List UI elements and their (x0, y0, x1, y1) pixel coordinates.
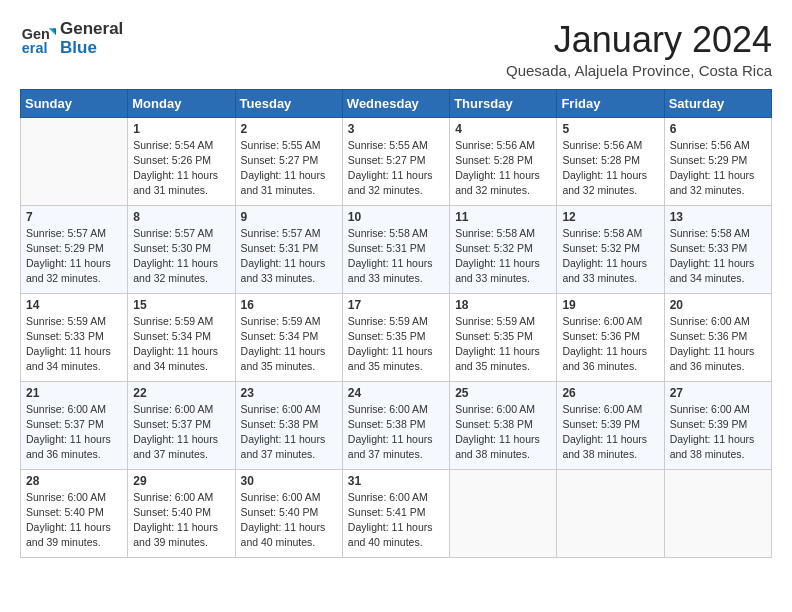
day-number: 17 (348, 298, 444, 312)
day-info: Sunrise: 5:58 AMSunset: 5:33 PMDaylight:… (670, 226, 766, 287)
day-number: 20 (670, 298, 766, 312)
day-info: Sunrise: 5:59 AMSunset: 5:33 PMDaylight:… (26, 314, 122, 375)
day-info: Sunrise: 5:58 AMSunset: 5:32 PMDaylight:… (562, 226, 658, 287)
day-number: 7 (26, 210, 122, 224)
day-number: 15 (133, 298, 229, 312)
svg-text:eral: eral (22, 40, 48, 56)
day-cell: 18Sunrise: 5:59 AMSunset: 5:35 PMDayligh… (450, 293, 557, 381)
day-cell (21, 117, 128, 205)
day-info: Sunrise: 6:00 AMSunset: 5:38 PMDaylight:… (241, 402, 337, 463)
day-cell: 14Sunrise: 5:59 AMSunset: 5:33 PMDayligh… (21, 293, 128, 381)
day-cell: 5Sunrise: 5:56 AMSunset: 5:28 PMDaylight… (557, 117, 664, 205)
day-info: Sunrise: 5:59 AMSunset: 5:35 PMDaylight:… (455, 314, 551, 375)
day-number: 29 (133, 474, 229, 488)
day-cell: 16Sunrise: 5:59 AMSunset: 5:34 PMDayligh… (235, 293, 342, 381)
day-info: Sunrise: 5:57 AMSunset: 5:31 PMDaylight:… (241, 226, 337, 287)
day-info: Sunrise: 6:00 AMSunset: 5:37 PMDaylight:… (133, 402, 229, 463)
day-cell: 24Sunrise: 6:00 AMSunset: 5:38 PMDayligh… (342, 381, 449, 469)
header-sunday: Sunday (21, 89, 128, 117)
calendar-header-row: SundayMondayTuesdayWednesdayThursdayFrid… (21, 89, 772, 117)
day-info: Sunrise: 5:58 AMSunset: 5:32 PMDaylight:… (455, 226, 551, 287)
day-number: 2 (241, 122, 337, 136)
day-cell: 29Sunrise: 6:00 AMSunset: 5:40 PMDayligh… (128, 469, 235, 557)
day-cell: 12Sunrise: 5:58 AMSunset: 5:32 PMDayligh… (557, 205, 664, 293)
day-number: 12 (562, 210, 658, 224)
day-info: Sunrise: 6:00 AMSunset: 5:40 PMDaylight:… (26, 490, 122, 551)
day-info: Sunrise: 6:00 AMSunset: 5:41 PMDaylight:… (348, 490, 444, 551)
day-cell: 28Sunrise: 6:00 AMSunset: 5:40 PMDayligh… (21, 469, 128, 557)
calendar-table: SundayMondayTuesdayWednesdayThursdayFrid… (20, 89, 772, 558)
day-number: 14 (26, 298, 122, 312)
day-cell: 15Sunrise: 5:59 AMSunset: 5:34 PMDayligh… (128, 293, 235, 381)
day-info: Sunrise: 5:57 AMSunset: 5:30 PMDaylight:… (133, 226, 229, 287)
day-info: Sunrise: 6:00 AMSunset: 5:40 PMDaylight:… (133, 490, 229, 551)
day-info: Sunrise: 5:59 AMSunset: 5:34 PMDaylight:… (133, 314, 229, 375)
header-tuesday: Tuesday (235, 89, 342, 117)
day-number: 1 (133, 122, 229, 136)
day-info: Sunrise: 6:00 AMSunset: 5:36 PMDaylight:… (562, 314, 658, 375)
logo-line1: General (60, 20, 123, 39)
day-number: 31 (348, 474, 444, 488)
day-cell: 31Sunrise: 6:00 AMSunset: 5:41 PMDayligh… (342, 469, 449, 557)
day-cell: 8Sunrise: 5:57 AMSunset: 5:30 PMDaylight… (128, 205, 235, 293)
logo-icon: Gen eral (20, 21, 56, 57)
day-cell: 9Sunrise: 5:57 AMSunset: 5:31 PMDaylight… (235, 205, 342, 293)
day-number: 19 (562, 298, 658, 312)
day-cell: 26Sunrise: 6:00 AMSunset: 5:39 PMDayligh… (557, 381, 664, 469)
day-cell: 22Sunrise: 6:00 AMSunset: 5:37 PMDayligh… (128, 381, 235, 469)
day-info: Sunrise: 6:00 AMSunset: 5:38 PMDaylight:… (455, 402, 551, 463)
day-info: Sunrise: 5:57 AMSunset: 5:29 PMDaylight:… (26, 226, 122, 287)
day-cell: 7Sunrise: 5:57 AMSunset: 5:29 PMDaylight… (21, 205, 128, 293)
day-info: Sunrise: 5:56 AMSunset: 5:28 PMDaylight:… (455, 138, 551, 199)
day-number: 13 (670, 210, 766, 224)
day-info: Sunrise: 6:00 AMSunset: 5:39 PMDaylight:… (670, 402, 766, 463)
day-cell: 30Sunrise: 6:00 AMSunset: 5:40 PMDayligh… (235, 469, 342, 557)
location-subtitle: Quesada, Alajuela Province, Costa Rica (506, 62, 772, 79)
day-cell: 21Sunrise: 6:00 AMSunset: 5:37 PMDayligh… (21, 381, 128, 469)
day-info: Sunrise: 5:55 AMSunset: 5:27 PMDaylight:… (348, 138, 444, 199)
day-info: Sunrise: 5:59 AMSunset: 5:34 PMDaylight:… (241, 314, 337, 375)
day-number: 21 (26, 386, 122, 400)
day-info: Sunrise: 6:00 AMSunset: 5:39 PMDaylight:… (562, 402, 658, 463)
day-cell: 13Sunrise: 5:58 AMSunset: 5:33 PMDayligh… (664, 205, 771, 293)
day-cell: 2Sunrise: 5:55 AMSunset: 5:27 PMDaylight… (235, 117, 342, 205)
day-cell (450, 469, 557, 557)
logo: Gen eral General Blue (20, 20, 123, 57)
day-number: 26 (562, 386, 658, 400)
day-cell: 20Sunrise: 6:00 AMSunset: 5:36 PMDayligh… (664, 293, 771, 381)
day-number: 22 (133, 386, 229, 400)
day-number: 11 (455, 210, 551, 224)
day-number: 6 (670, 122, 766, 136)
week-row-4: 21Sunrise: 6:00 AMSunset: 5:37 PMDayligh… (21, 381, 772, 469)
week-row-1: 1Sunrise: 5:54 AMSunset: 5:26 PMDaylight… (21, 117, 772, 205)
day-number: 16 (241, 298, 337, 312)
page-header: Gen eral General Blue January 2024 Quesa… (20, 20, 772, 79)
day-number: 27 (670, 386, 766, 400)
day-number: 18 (455, 298, 551, 312)
day-number: 25 (455, 386, 551, 400)
week-row-5: 28Sunrise: 6:00 AMSunset: 5:40 PMDayligh… (21, 469, 772, 557)
day-cell: 25Sunrise: 6:00 AMSunset: 5:38 PMDayligh… (450, 381, 557, 469)
header-monday: Monday (128, 89, 235, 117)
day-info: Sunrise: 5:59 AMSunset: 5:35 PMDaylight:… (348, 314, 444, 375)
day-cell: 4Sunrise: 5:56 AMSunset: 5:28 PMDaylight… (450, 117, 557, 205)
day-cell: 1Sunrise: 5:54 AMSunset: 5:26 PMDaylight… (128, 117, 235, 205)
day-number: 23 (241, 386, 337, 400)
day-cell: 17Sunrise: 5:59 AMSunset: 5:35 PMDayligh… (342, 293, 449, 381)
week-row-2: 7Sunrise: 5:57 AMSunset: 5:29 PMDaylight… (21, 205, 772, 293)
day-cell: 27Sunrise: 6:00 AMSunset: 5:39 PMDayligh… (664, 381, 771, 469)
logo-line2: Blue (60, 39, 123, 58)
header-thursday: Thursday (450, 89, 557, 117)
day-info: Sunrise: 5:54 AMSunset: 5:26 PMDaylight:… (133, 138, 229, 199)
header-saturday: Saturday (664, 89, 771, 117)
day-cell (664, 469, 771, 557)
day-number: 4 (455, 122, 551, 136)
day-info: Sunrise: 5:56 AMSunset: 5:29 PMDaylight:… (670, 138, 766, 199)
day-number: 9 (241, 210, 337, 224)
month-title: January 2024 (506, 20, 772, 60)
day-info: Sunrise: 5:58 AMSunset: 5:31 PMDaylight:… (348, 226, 444, 287)
header-friday: Friday (557, 89, 664, 117)
day-info: Sunrise: 5:55 AMSunset: 5:27 PMDaylight:… (241, 138, 337, 199)
day-info: Sunrise: 5:56 AMSunset: 5:28 PMDaylight:… (562, 138, 658, 199)
day-cell: 19Sunrise: 6:00 AMSunset: 5:36 PMDayligh… (557, 293, 664, 381)
